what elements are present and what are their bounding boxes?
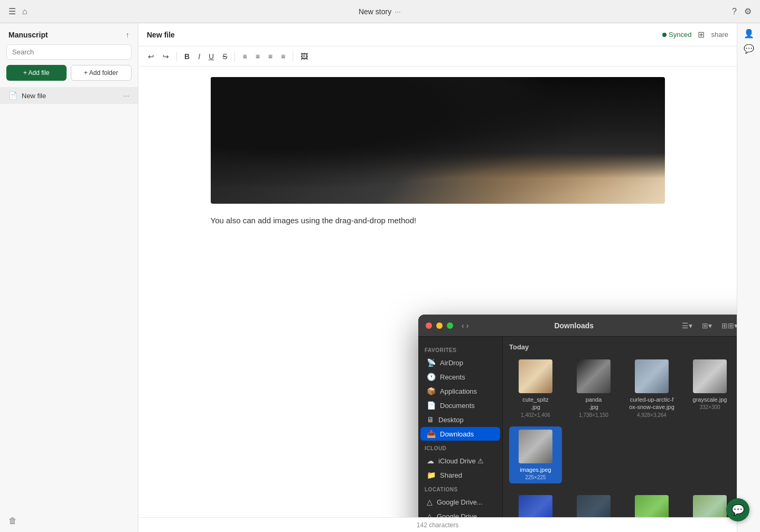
toolbar-separator-3 bbox=[293, 52, 293, 61]
finder-back-button[interactable]: ‹ bbox=[462, 321, 464, 330]
finder-forward-button[interactable]: › bbox=[466, 321, 469, 330]
sidebar-actions: + Add file + Add folder bbox=[0, 65, 138, 87]
finder-item-airdrop[interactable]: 📡 AirDrop bbox=[420, 356, 500, 369]
google-drive-label-2: Google Drive... bbox=[437, 512, 483, 518]
panel-comments-icon[interactable]: 💬 bbox=[744, 44, 754, 54]
finder-item-google-drive-1[interactable]: △ Google Drive... bbox=[420, 495, 500, 509]
italic-button[interactable]: I bbox=[195, 50, 203, 63]
gear-icon[interactable]: ⚙ bbox=[744, 6, 752, 16]
documents-label: Documents bbox=[440, 402, 475, 410]
finder-item-documents[interactable]: 📄 Documents bbox=[420, 398, 500, 412]
finder-content[interactable]: Today Show Less cute_spitz.jpg 1,402×1,4… bbox=[503, 337, 737, 517]
thumb-cute-spitz bbox=[519, 359, 552, 393]
icloud-label: iCloud Drive ⚠ bbox=[438, 457, 484, 465]
finder-item-google-drive-2[interactable]: △ Google Drive... bbox=[420, 509, 500, 517]
panel-users-icon[interactable]: 👤 bbox=[744, 28, 754, 39]
finder-title: Downloads bbox=[473, 321, 675, 330]
finder-window: ‹ › Downloads ☰▾ ⊞▾ ⊞⊞▾ ↑ » 🔍 bbox=[418, 315, 737, 517]
right-panel: 👤 💬 bbox=[737, 23, 760, 532]
airdrop-icon: 📡 bbox=[427, 358, 436, 367]
layout-icon[interactable]: ⊞ bbox=[698, 30, 705, 40]
file-arctic-fox[interactable]: curled-up-arctic-fox-snow-cave.jpg 4,928… bbox=[625, 356, 678, 421]
editor-topbar: New file Synced ⊞ share bbox=[138, 23, 737, 46]
editor-area: New file Synced ⊞ share ↩ ↪ B I U S ≡ ≡ … bbox=[138, 23, 737, 532]
toolbar-separator-1 bbox=[176, 52, 177, 61]
trash-icon[interactable]: 🗑 bbox=[8, 516, 17, 525]
file-2022[interactable]: 202212008462_500.jpg 500×750 bbox=[509, 492, 562, 517]
add-file-button[interactable]: + Add file bbox=[6, 65, 67, 81]
traffic-light-red[interactable] bbox=[426, 322, 432, 329]
thumb-pang bbox=[635, 495, 669, 517]
share-button[interactable]: share bbox=[711, 31, 728, 39]
redo-button[interactable]: ↪ bbox=[159, 50, 172, 63]
sidebar: Manuscript ↑ + Add file + Add folder 📄 N… bbox=[0, 23, 138, 532]
hamburger-icon[interactable]: ☰ bbox=[8, 6, 16, 16]
traffic-light-yellow[interactable] bbox=[436, 322, 443, 329]
image-button[interactable]: 🖼 bbox=[297, 50, 311, 63]
strikethrough-button[interactable]: S bbox=[219, 50, 230, 63]
arctic-fox-name: curled-up-arctic-fox-snow-cave.jpg bbox=[628, 396, 675, 411]
home-icon[interactable]: ⌂ bbox=[22, 7, 27, 16]
file-icon: 📄 bbox=[8, 91, 17, 100]
google-drive-icon-2: △ bbox=[427, 512, 433, 517]
bold-button[interactable]: B bbox=[181, 50, 193, 63]
finder-group-button[interactable]: ⊞⊞▾ bbox=[719, 320, 737, 331]
finder-titlebar: ‹ › Downloads ☰▾ ⊞▾ ⊞⊞▾ ↑ » 🔍 bbox=[418, 315, 737, 337]
finder-item-shared[interactable]: 📁 Shared bbox=[420, 468, 500, 482]
sidebar-file-more-button[interactable]: ··· bbox=[123, 91, 129, 100]
thumb-grayscale bbox=[693, 359, 727, 393]
sidebar-file-name: New file bbox=[22, 92, 46, 100]
desktop-label: Desktop bbox=[438, 416, 464, 424]
file-shot[interactable]: __Shot_From_The_Sky_....612).jpg 11,375×… bbox=[567, 492, 620, 517]
panda-name: panda.jpg bbox=[586, 396, 602, 411]
finder-grid-view-button[interactable]: ⊞▾ bbox=[699, 320, 715, 331]
align-left-button[interactable]: ≡ bbox=[239, 50, 250, 63]
add-folder-button[interactable]: + Add folder bbox=[71, 65, 132, 81]
cute-spitz-dims: 1,402×1,406 bbox=[521, 412, 550, 418]
align-center-button[interactable]: ≡ bbox=[252, 50, 263, 63]
finder-item-downloads[interactable]: 📥 Downloads bbox=[420, 427, 500, 441]
file-images-jpeg[interactable]: images.jpeg 225×225 bbox=[509, 426, 562, 483]
file-grayscale[interactable]: grayscale.jpg 332×300 bbox=[683, 356, 736, 421]
shared-icon: 📁 bbox=[427, 471, 436, 479]
undo-button[interactable]: ↩ bbox=[145, 50, 157, 63]
finder-list-view-button[interactable]: ☰▾ bbox=[679, 320, 695, 331]
finder-item-applications[interactable]: 📦 Applications bbox=[420, 384, 500, 398]
help-icon[interactable]: ? bbox=[732, 7, 737, 16]
icloud-label: iCloud bbox=[418, 441, 502, 453]
today-files-grid-2: 202212008462_500.jpg 500×750 __Shot_From… bbox=[509, 492, 737, 517]
today-files-grid: cute_spitz.jpg 1,402×1,406 panda.jpg 1,7… bbox=[509, 356, 737, 483]
main-layout: Manuscript ↑ + Add file + Add folder 📄 N… bbox=[0, 23, 760, 532]
synced-label: Synced bbox=[669, 31, 691, 39]
panda-dims: 1,738×1,150 bbox=[579, 412, 608, 418]
chat-bubble-button[interactable]: 💬 bbox=[726, 498, 749, 521]
align-right-button[interactable]: ≡ bbox=[265, 50, 276, 63]
finder-item-recents[interactable]: 🕐 Recents bbox=[420, 370, 500, 384]
file-cute-spitz[interactable]: cute_spitz.jpg 1,402×1,406 bbox=[509, 356, 562, 421]
thumb-arctic-fox bbox=[635, 359, 669, 393]
upload-icon[interactable]: ↑ bbox=[126, 31, 129, 39]
sidebar-item-new-file[interactable]: 📄 New file ··· bbox=[0, 87, 138, 104]
arctic-fox-dims: 4,928×3,264 bbox=[637, 412, 667, 418]
app-ellipsis-button[interactable]: ··· bbox=[395, 7, 401, 16]
finder-item-desktop[interactable]: 🖥 Desktop bbox=[420, 413, 500, 426]
toolbar-separator-2 bbox=[234, 52, 235, 61]
file-panda[interactable]: panda.jpg 1,738×1,150 bbox=[567, 356, 620, 421]
chat-bubble-icon: 💬 bbox=[731, 504, 745, 516]
shared-label: Shared bbox=[440, 471, 462, 479]
thumb-2022 bbox=[519, 495, 552, 517]
grayscale-dims: 332×300 bbox=[699, 404, 720, 410]
finder-item-icloud-drive[interactable]: ☁ iCloud Drive ⚠ bbox=[420, 454, 500, 468]
desktop-icon: 🖥 bbox=[427, 415, 434, 424]
justify-button[interactable]: ≡ bbox=[278, 50, 288, 63]
search-input[interactable] bbox=[6, 44, 132, 60]
underline-button[interactable]: U bbox=[205, 50, 217, 63]
editor-content[interactable]: You also can add images using the drag-a… bbox=[138, 66, 737, 517]
synced-dot bbox=[662, 33, 667, 37]
thumb-panda bbox=[577, 359, 611, 393]
traffic-light-green[interactable] bbox=[447, 322, 453, 329]
thumb-images bbox=[519, 430, 552, 463]
google-drive-label-1: Google Drive... bbox=[437, 498, 483, 506]
today-label: Today bbox=[509, 343, 529, 351]
file-pang[interactable]: pang-yuhao-wCi28e...plash.jpg 5,452×3,06… bbox=[625, 492, 678, 517]
